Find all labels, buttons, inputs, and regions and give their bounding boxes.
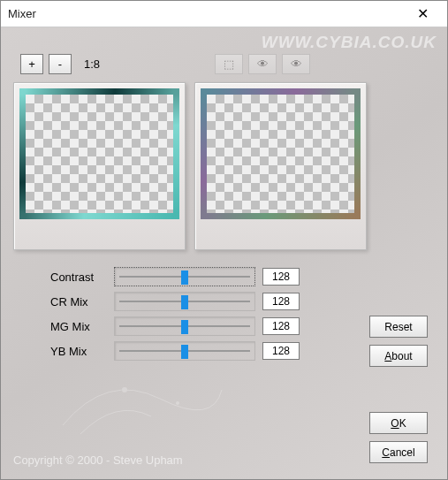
slider-label: Contrast xyxy=(50,270,107,284)
bottom-button-group: OK Cancel xyxy=(369,412,428,463)
disabled-toggle-3: 👁 xyxy=(282,54,310,74)
slider-track[interactable] xyxy=(114,341,255,361)
zoom-out-button[interactable]: - xyxy=(49,54,72,74)
cancel-button[interactable]: Cancel xyxy=(369,441,428,463)
slider-value[interactable]: 128 xyxy=(262,317,300,335)
window-title: Mixer xyxy=(8,7,405,20)
disabled-toggle-1: ⬚ xyxy=(215,54,243,74)
slider-track[interactable] xyxy=(114,316,255,336)
about-button[interactable]: About xyxy=(369,345,428,367)
disabled-toggle-group: ⬚ 👁 👁 xyxy=(215,54,310,74)
slider-value[interactable]: 128 xyxy=(262,342,300,360)
preview-before[interactable] xyxy=(13,82,186,250)
copyright-text: Copyright © 2000 - Steve Upham xyxy=(13,453,183,467)
slider-track[interactable] xyxy=(114,292,255,311)
slider-thumb[interactable] xyxy=(181,345,188,359)
content-area: WWW.CYBIA.CO.UK + - 1:8 ⬚ 👁 👁 Contrast12… xyxy=(1,27,447,479)
slider-label: CR Mix xyxy=(50,295,107,309)
slider-track[interactable] xyxy=(114,267,255,286)
preview-after[interactable] xyxy=(194,82,367,250)
svg-point-1 xyxy=(176,401,179,405)
slider-value[interactable]: 128 xyxy=(262,268,300,286)
slider-thumb[interactable] xyxy=(181,320,188,334)
titlebar[interactable]: Mixer ✕ xyxy=(1,1,447,27)
slider-row-yb-mix: YB Mix128 xyxy=(50,339,315,363)
watermark-text: WWW.CYBIA.CO.UK xyxy=(262,33,437,52)
slider-thumb[interactable] xyxy=(181,295,188,309)
slider-value[interactable]: 128 xyxy=(262,293,300,310)
flourish-decoration xyxy=(54,363,231,443)
svg-point-0 xyxy=(122,387,127,392)
slider-row-cr-mix: CR Mix128 xyxy=(50,289,315,314)
close-button[interactable]: ✕ xyxy=(405,2,440,27)
slider-thumb[interactable] xyxy=(181,270,188,285)
zoom-in-button[interactable]: + xyxy=(20,54,43,74)
slider-label: MG Mix xyxy=(50,320,107,333)
reset-button[interactable]: Reset xyxy=(369,316,428,338)
slider-label: YB Mix xyxy=(50,345,107,358)
checker-pattern xyxy=(26,95,173,213)
side-button-group: Reset About xyxy=(369,316,428,367)
slider-row-mg-mix: MG Mix128 xyxy=(50,314,315,339)
zoom-controls: + - 1:8 xyxy=(20,54,100,74)
mixer-dialog: Mixer ✕ WWW.CYBIA.CO.UK + - 1:8 ⬚ 👁 👁 Co… xyxy=(0,0,448,480)
preview-row xyxy=(13,82,367,250)
zoom-ratio-label: 1:8 xyxy=(84,57,100,71)
disabled-toggle-2: 👁 xyxy=(248,54,277,74)
ok-button[interactable]: OK xyxy=(369,412,428,434)
checker-pattern xyxy=(207,95,354,213)
slider-panel: Contrast128CR Mix128MG Mix128YB Mix128 xyxy=(50,264,315,363)
slider-row-contrast: Contrast128 xyxy=(50,264,315,289)
